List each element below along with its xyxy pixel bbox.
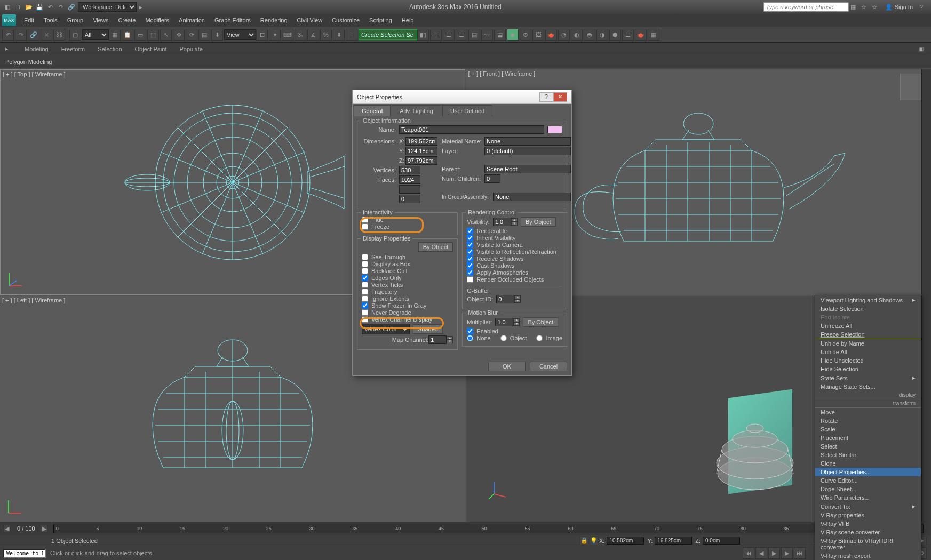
ribbon-pin-icon[interactable]: ▣ [915, 43, 927, 55]
coord-y-input[interactable] [655, 537, 692, 545]
multiplier-spinner[interactable] [495, 318, 513, 326]
tool-d-button[interactable]: ⬢ [609, 29, 621, 41]
mirror-button[interactable]: ▮▯ [417, 29, 429, 41]
redo-icon[interactable]: ↷ [57, 3, 65, 11]
unlink-button[interactable]: ⤫ [41, 29, 52, 41]
command-panel-collapsed[interactable] [921, 69, 931, 522]
timeline-right-arrow-icon[interactable]: ▶ [41, 525, 48, 532]
edit-named-sel-button[interactable]: ≡ [346, 29, 357, 41]
menu-customize[interactable]: Customize [327, 16, 364, 25]
tool-b-button[interactable]: ◓ [584, 29, 595, 41]
render-button[interactable]: 🫖 [545, 29, 557, 41]
ctx-manage-state-sets[interactable]: Manage State Sets... [815, 382, 921, 391]
trajectory-checkbox[interactable] [362, 289, 368, 295]
mb-object-radio[interactable] [500, 335, 507, 341]
ribbon-freeform[interactable]: Freeform [61, 46, 85, 52]
menu-views[interactable]: Views [88, 16, 113, 25]
vertex-color-selector[interactable]: Vertex Color [362, 324, 410, 334]
vis-camera-checkbox[interactable] [467, 242, 473, 248]
ctx-move[interactable]: Move [815, 408, 921, 417]
select-by-name-button[interactable]: 📋 [122, 29, 133, 41]
ribbon-collapse-icon[interactable]: ▸ [3, 45, 11, 53]
open-icon[interactable]: 📂 [25, 3, 33, 11]
dialog-help-button[interactable]: ? [539, 92, 553, 102]
name-input[interactable] [399, 125, 544, 134]
scene-explorer-button[interactable]: ☰ [456, 29, 467, 41]
play-end-button[interactable]: ⏭ [794, 547, 806, 559]
help-icon[interactable]: ▦ [849, 3, 857, 11]
menu-modifiers[interactable]: Modifiers [140, 16, 174, 25]
objid-spinner[interactable] [496, 295, 514, 303]
render-occ-checkbox[interactable] [467, 276, 473, 283]
menu-civil-view[interactable]: Civil View [292, 16, 327, 25]
save-icon[interactable]: 💾 [35, 3, 44, 11]
hide-checkbox[interactable] [362, 217, 368, 223]
ctx-unhide-by-name[interactable]: Unhide by Name [815, 339, 921, 348]
render-setup-button[interactable]: ⚙ [520, 29, 531, 41]
ribbon-populate[interactable]: Populate [179, 46, 202, 52]
edges-only-checkbox[interactable] [362, 275, 368, 281]
play-next-button[interactable]: ▶ [781, 547, 793, 559]
coord-x-input[interactable] [607, 537, 644, 545]
tool-g-button[interactable]: ▦ [648, 29, 659, 41]
select-scale-button[interactable]: ▤ [198, 29, 210, 41]
tab-adv-lighting[interactable]: Adv. Lighting [392, 105, 441, 116]
named-selection-input[interactable] [359, 29, 417, 40]
material-editor-button[interactable]: ◉ [507, 29, 519, 41]
ctx-vray-bitmap-converter[interactable]: V-Ray Bitmap to VRayHDRI converter [815, 537, 921, 551]
ctx-unhide-all[interactable]: Unhide All [815, 348, 921, 356]
show-frozen-checkbox[interactable] [362, 302, 368, 309]
ctx-scale[interactable]: Scale [815, 425, 921, 434]
menu-edit[interactable]: Edit [19, 16, 39, 25]
ctx-isolate-selection[interactable]: Isolate Selection [815, 305, 921, 313]
ctx-placement[interactable]: Placement [815, 434, 921, 442]
mb-none-radio[interactable] [467, 335, 473, 341]
menu-rendering[interactable]: Rendering [256, 16, 292, 25]
link-button[interactable]: 🔗 [28, 29, 39, 41]
layers-button[interactable]: ☰ [443, 29, 455, 41]
vertex-channel-checkbox[interactable] [362, 316, 368, 323]
cancel-button[interactable]: Cancel [530, 362, 567, 371]
play-start-button[interactable]: ⏮ [743, 547, 754, 559]
mb-image-radio[interactable] [536, 335, 543, 341]
menu-group[interactable]: Group [62, 16, 89, 25]
shaded-button[interactable]: Shaded [413, 324, 443, 334]
select-rotate-button[interactable]: ⟳ [186, 29, 197, 41]
renderable-checkbox[interactable] [467, 228, 473, 234]
ribbon-object-paint[interactable]: Object Paint [135, 46, 167, 52]
timeline-left-arrow-icon[interactable]: ◀ [3, 525, 11, 532]
recv-shadows-checkbox[interactable] [467, 255, 473, 262]
spinner-snap-button[interactable]: ⬍ [333, 29, 345, 41]
menu-scripting[interactable]: Scripting [364, 16, 397, 25]
mb-by-object-button[interactable]: By Object [523, 317, 558, 327]
lock-icon[interactable]: 🔒 [580, 537, 588, 545]
see-through-checkbox[interactable] [362, 254, 368, 260]
workspace-arrow-icon[interactable]: ▸ [137, 3, 145, 11]
use-center-button[interactable]: ⊡ [256, 29, 268, 41]
link-icon[interactable]: 🔗 [67, 3, 76, 11]
dialog-titlebar[interactable]: Object Properties ? ✕ [353, 90, 571, 104]
cast-shadows-checkbox[interactable] [467, 262, 473, 269]
ctx-hide-selection[interactable]: Hide Selection [815, 365, 921, 373]
percent-snap-button[interactable]: % [320, 29, 332, 41]
curve-editor-button[interactable]: 〰 [481, 29, 493, 41]
place-button[interactable]: ⬇ [211, 29, 223, 41]
ctx-hide-unselected[interactable]: Hide Unselected [815, 356, 921, 365]
never-degrade-checkbox[interactable] [362, 309, 368, 316]
display-box-checkbox[interactable] [362, 261, 368, 267]
ignore-extents-checkbox[interactable] [362, 295, 368, 302]
time-slider[interactable]: 0510152025303540455055606570758085909510… [53, 524, 924, 533]
align-button[interactable]: ≡ [430, 29, 442, 41]
filter-selector[interactable]: All [82, 29, 109, 40]
color-swatch[interactable] [547, 126, 562, 133]
ref-coord-selector[interactable]: View [224, 29, 256, 40]
ctx-convert-to[interactable]: Convert To:▸ [815, 502, 921, 511]
render-by-object-button[interactable]: By Object [521, 217, 556, 227]
redo-button[interactable]: ↷ [15, 29, 27, 41]
maxscript-prompt[interactable] [3, 549, 46, 558]
undo-icon[interactable]: ↶ [46, 3, 54, 11]
manipulate-button[interactable]: ✦ [269, 29, 281, 41]
star-icon[interactable]: ☆ [860, 3, 868, 11]
display-by-object-button[interactable]: By Object [418, 242, 453, 252]
max-logo-icon[interactable]: MAX [2, 14, 16, 26]
